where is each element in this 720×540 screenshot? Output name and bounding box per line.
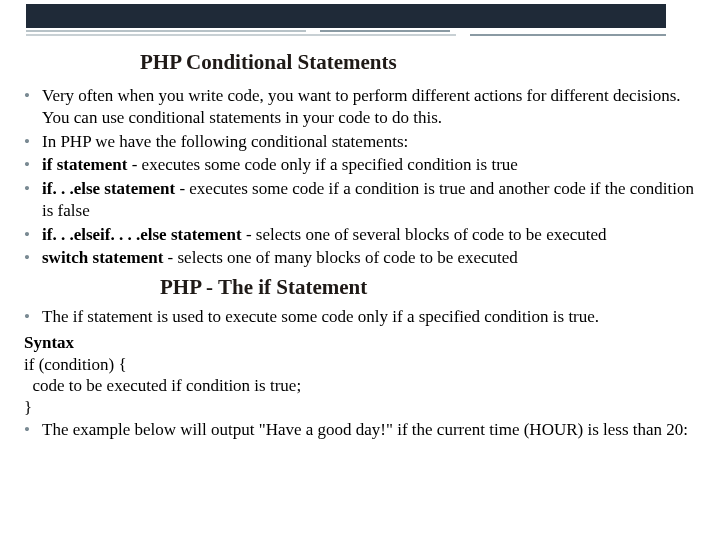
- decor-bar-dark: [26, 4, 666, 28]
- decor-bar-light-1: [26, 30, 306, 32]
- list-text: Very often when you write code, you want…: [42, 86, 681, 127]
- list-text: In PHP we have the following conditional…: [42, 132, 408, 151]
- syntax-line: }: [24, 397, 708, 419]
- list-item: switch statement - selects one of many b…: [42, 247, 708, 269]
- syntax-line: if (condition) {: [24, 354, 708, 376]
- list-bold: if. . .else statement: [42, 179, 175, 198]
- list-bold: switch statement: [42, 248, 163, 267]
- bullet-list-2: The if statement is used to execute some…: [20, 306, 708, 328]
- list-text: - executes some code only if a specified…: [127, 155, 517, 174]
- list-text: - selects one of several blocks of code …: [242, 225, 607, 244]
- slide-content: PHP Conditional Statements Very often wh…: [20, 50, 708, 445]
- list-item: if statement - executes some code only i…: [42, 154, 708, 176]
- heading-conditional: PHP Conditional Statements: [140, 50, 708, 75]
- list-bold: if. . .elseif. . . .else statement: [42, 225, 242, 244]
- decor-bar-mid-2: [470, 34, 666, 36]
- list-item: In PHP we have the following conditional…: [42, 131, 708, 153]
- syntax-label: Syntax: [24, 332, 708, 354]
- slide-top-border: [0, 0, 720, 36]
- decor-bar-light-2: [26, 34, 456, 36]
- heading-if-statement: PHP - The if Statement: [160, 275, 708, 300]
- bullet-list-1: Very often when you write code, you want…: [20, 85, 708, 269]
- list-bold: if statement: [42, 155, 127, 174]
- decor-bar-mid-1: [320, 30, 450, 32]
- list-item: if. . .elseif. . . .else statement - sel…: [42, 224, 708, 246]
- list-text: The example below will output "Have a go…: [42, 420, 688, 439]
- list-item: The if statement is used to execute some…: [42, 306, 708, 328]
- list-text: The if statement is used to execute some…: [42, 307, 599, 326]
- syntax-line: code to be executed if condition is true…: [24, 375, 708, 397]
- list-item: The example below will output "Have a go…: [42, 419, 708, 441]
- bullet-list-3: The example below will output "Have a go…: [20, 419, 708, 441]
- syntax-label-bold: Syntax: [24, 333, 74, 352]
- list-item: if. . .else statement - executes some co…: [42, 178, 708, 222]
- list-text: - selects one of many blocks of code to …: [163, 248, 518, 267]
- list-item: Very often when you write code, you want…: [42, 85, 708, 129]
